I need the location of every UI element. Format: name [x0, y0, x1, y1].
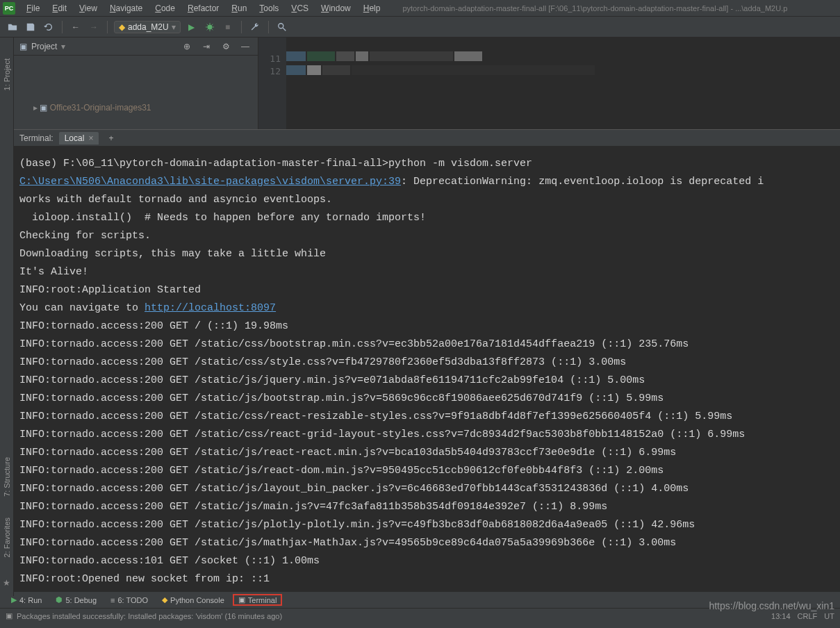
menu-navigate[interactable]: Navigate [104, 2, 148, 15]
menu-edit[interactable]: Edit [47, 2, 72, 15]
menu-code[interactable]: Code [149, 2, 181, 15]
run-icon[interactable]: ▶ [185, 20, 199, 34]
menu-help[interactable]: Help [358, 2, 386, 15]
terminal-line: INFO:tornado.access:200 GET /static/js/r… [19, 462, 834, 480]
terminal-line: INFO:tornado.access:200 GET /static/css/… [19, 408, 834, 426]
bottom-python-console-button[interactable]: ◆ Python Console [156, 594, 230, 606]
bottom-python-console-label: Python Console [170, 596, 224, 604]
svg-point-1 [278, 23, 283, 28]
separator [268, 21, 269, 33]
terminal-line: INFO:tornado.access:200 GET /static/css/… [19, 354, 834, 372]
folder-icon: ▣ [19, 42, 27, 51]
chevron-down-icon: ▾ [172, 22, 176, 32]
editor-gutter: 11 12 [258, 38, 286, 129]
terminal-link[interactable]: http://localhost:8097 [145, 302, 276, 314]
menu-file[interactable]: File [21, 2, 45, 15]
status-message: Packages installed successfully: Install… [17, 612, 282, 620]
star-icon: ★ [3, 578, 10, 588]
separator [241, 21, 242, 33]
status-line-ending: CRLF [798, 612, 818, 620]
terminal-tab-label: Local [65, 133, 85, 143]
sidebar-tab-favorites[interactable]: 2: Favorites [3, 518, 11, 557]
bug-icon: ⬢ [56, 595, 63, 604]
project-panel-header: ▣ Project ▾ ⊕ ⇥ ⚙ — [14, 38, 258, 56]
terminal-output[interactable]: (base) F:\06_11\pytorch-domain-adaptatio… [14, 147, 840, 591]
bottom-terminal-button[interactable]: ▣ Terminal [233, 594, 283, 606]
save-icon[interactable] [24, 20, 38, 34]
menu-refactor[interactable]: Refactor [182, 2, 224, 15]
terminal-line: INFO:tornado.access:200 GET /static/js/b… [19, 390, 834, 408]
terminal-icon: ▣ [238, 595, 245, 604]
debug-icon[interactable] [203, 20, 217, 34]
close-icon[interactable]: × [88, 133, 93, 143]
titlebar: PC FileEditViewNavigateCodeRefactorRunTo… [0, 0, 840, 17]
editor-body[interactable] [286, 38, 840, 129]
terminal-line: Downloading scripts, this may take a lit… [19, 245, 834, 263]
bottom-run-label: 4: Run [19, 596, 42, 604]
bottom-todo-label: 6: TODO [118, 596, 149, 604]
add-terminal-icon[interactable]: + [104, 133, 117, 143]
terminal-line: INFO:tornado.access:200 GET /static/js/r… [19, 444, 834, 462]
project-tree[interactable]: ▸ ▣ Office31-Original-images31 [14, 56, 258, 129]
status-time: 13:14 [771, 612, 791, 620]
bottom-todo-button[interactable]: ≡ 6: TODO [105, 595, 154, 606]
terminal-line: It's Alive! [19, 263, 834, 281]
terminal-line: INFO:tornado.access:200 GET /static/css/… [19, 336, 834, 354]
terminal-label: Terminal: [19, 133, 53, 143]
target-icon[interactable]: ⊕ [180, 40, 194, 53]
terminal-line: INFO:root:Opened new socket from ip: ::1 [19, 570, 834, 588]
window-title: pytorch-domain-adaptation-master-final-a… [402, 4, 787, 13]
menu-view[interactable]: View [74, 2, 103, 15]
terminal-line: INFO:tornado.access:200 GET /static/js/m… [19, 534, 834, 552]
minimize-icon[interactable]: — [238, 40, 252, 53]
line-number: 11 [258, 53, 281, 65]
stop-icon[interactable]: ■ [221, 20, 235, 34]
run-config-selector[interactable]: ◆ adda_M2U ▾ [114, 21, 181, 33]
project-panel: ▣ Project ▾ ⊕ ⇥ ⚙ — ▸ ▣ Office31-Origina… [14, 38, 258, 129]
list-icon: ≡ [110, 596, 115, 604]
terminal-line: INFO:tornado.access:200 GET /static/js/l… [19, 480, 834, 498]
play-icon: ▶ [11, 595, 17, 604]
separator [107, 21, 108, 33]
chevron-right-icon: ▸ [33, 103, 40, 113]
status-encoding: UT [824, 612, 834, 620]
chevron-down-icon[interactable]: ▾ [61, 42, 65, 51]
sidebar-tab-project[interactable]: 1: Project [3, 58, 11, 90]
terminal-line: Checking for scripts. [19, 227, 834, 245]
gear-icon[interactable]: ⚙ [219, 40, 233, 53]
terminal-line: ioloop.install() # Needs to happen befor… [19, 209, 834, 227]
content-area: 1: Project ▣ Project ▾ ⊕ ⇥ ⚙ — ▸ ▣ Offic… [0, 38, 840, 129]
sidebar-tab-structure[interactable]: 7: Structure [3, 457, 11, 497]
terminal-line: works with default tornado and asyncio e… [19, 191, 834, 209]
folder-icon: ▣ [40, 103, 49, 113]
left-sidebar-lower: 7: Structure 2: Favorites ★ [0, 129, 14, 596]
editor-area[interactable]: 11 12 [258, 38, 840, 129]
tree-item-label: Office31-Original-images31 [50, 103, 151, 113]
menu-window[interactable]: Window [315, 2, 356, 15]
back-icon[interactable]: ← [69, 20, 83, 34]
terminal-line: INFO:tornado.access:101 GET /socket (::1… [19, 552, 834, 570]
refresh-icon[interactable] [42, 20, 56, 34]
menu-run[interactable]: Run [226, 2, 252, 15]
wrench-icon[interactable] [248, 20, 262, 34]
menu-vcs[interactable]: VCS [286, 2, 314, 15]
separator [62, 21, 63, 33]
forward-icon[interactable]: → [87, 20, 101, 34]
bottom-terminal-label: Terminal [248, 596, 277, 604]
python-icon: ◆ [162, 595, 167, 604]
terminal-line: You can navigate to http://localhost:809… [19, 299, 834, 317]
bottom-debug-label: 5: Debug [65, 596, 97, 604]
main-toolbar: ← → ◆ adda_M2U ▾ ▶ ■ [0, 17, 840, 38]
bottom-debug-button[interactable]: ⬢ 5: Debug [50, 594, 102, 606]
terminal-panel: Terminal: Local × + (base) F:\06_11\pyto… [14, 129, 840, 591]
search-icon[interactable] [275, 20, 289, 34]
open-icon[interactable] [6, 20, 19, 34]
terminal-tabs: Terminal: Local × + [14, 130, 840, 147]
main-menu: FileEditViewNavigateCodeRefactorRunTools… [21, 2, 386, 15]
terminal-tab-local[interactable]: Local × [59, 132, 99, 144]
collapse-icon[interactable]: ⇥ [199, 40, 213, 53]
terminal-link[interactable]: C:\Users\N506\Anaconda3\lib\site-package… [19, 176, 401, 188]
tree-item[interactable]: ▸ ▣ Office31-Original-images31 [19, 101, 252, 114]
run-config-name: adda_M2U [128, 22, 169, 32]
menu-tools[interactable]: Tools [254, 2, 284, 15]
